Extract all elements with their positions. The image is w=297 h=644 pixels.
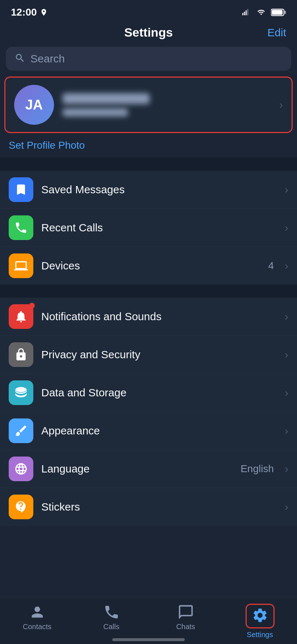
status-icons bbox=[240, 8, 286, 16]
wifi-icon bbox=[256, 8, 267, 16]
devices-badge: 4 bbox=[268, 260, 274, 272]
data-storage-item[interactable]: Data and Storage › bbox=[0, 374, 297, 412]
battery-icon bbox=[271, 8, 286, 16]
devices-icon bbox=[9, 253, 33, 278]
header: Settings Edit bbox=[0, 22, 297, 47]
stickers-chevron: › bbox=[285, 501, 288, 513]
settings-tab-active-box bbox=[246, 604, 275, 628]
devices-chevron: › bbox=[285, 260, 288, 272]
language-item[interactable]: Language English › bbox=[0, 450, 297, 488]
set-profile-photo-button[interactable]: Set Profile Photo bbox=[0, 135, 297, 158]
saved-messages-chevron: › bbox=[285, 183, 288, 196]
language-label: Language bbox=[41, 463, 233, 475]
recent-calls-icon bbox=[9, 215, 33, 240]
search-bar[interactable]: Search bbox=[6, 47, 291, 71]
calls-tab-icon bbox=[103, 604, 120, 620]
contacts-tab-icon bbox=[29, 604, 46, 620]
notifications-icon bbox=[9, 304, 33, 329]
avatar-initials: JA bbox=[25, 97, 43, 113]
appearance-label: Appearance bbox=[41, 425, 277, 437]
data-storage-chevron: › bbox=[285, 387, 288, 399]
notifications-chevron: › bbox=[285, 310, 288, 323]
recent-calls-label: Recent Calls bbox=[41, 222, 277, 234]
privacy-chevron: › bbox=[285, 348, 288, 361]
language-icon bbox=[9, 457, 33, 481]
appearance-icon bbox=[9, 418, 33, 443]
recent-calls-item[interactable]: Recent Calls › bbox=[0, 209, 297, 247]
svg-rect-6 bbox=[285, 11, 286, 14]
profile-info bbox=[63, 93, 271, 116]
saved-messages-icon bbox=[9, 177, 33, 202]
search-icon bbox=[14, 53, 25, 65]
saved-messages-label: Saved Messages bbox=[41, 183, 277, 196]
settings-tab-icon bbox=[252, 607, 268, 624]
signal-icon bbox=[240, 8, 251, 16]
stickers-label: Stickers bbox=[41, 501, 277, 513]
data-storage-icon bbox=[9, 380, 33, 405]
edit-button[interactable]: Edit bbox=[267, 26, 286, 39]
tab-chats[interactable]: Chats bbox=[148, 604, 223, 631]
svg-rect-3 bbox=[247, 9, 248, 15]
appearance-item[interactable]: Appearance › bbox=[0, 412, 297, 450]
section-divider-1 bbox=[0, 158, 297, 171]
section-divider-2 bbox=[0, 285, 297, 298]
svg-rect-2 bbox=[246, 11, 247, 16]
tab-calls[interactable]: Calls bbox=[74, 604, 148, 631]
avatar: JA bbox=[14, 85, 54, 125]
status-time: 12:00 bbox=[11, 7, 48, 18]
profile-name-blurred bbox=[63, 93, 150, 104]
saved-messages-item[interactable]: Saved Messages › bbox=[0, 171, 297, 209]
page-title: Settings bbox=[124, 25, 173, 40]
tab-contacts[interactable]: Contacts bbox=[0, 604, 74, 631]
profile-chevron: › bbox=[279, 99, 283, 111]
recent-calls-chevron: › bbox=[285, 222, 288, 234]
stickers-icon bbox=[9, 495, 33, 519]
location-icon bbox=[40, 8, 48, 16]
svg-rect-0 bbox=[242, 13, 243, 15]
data-storage-label: Data and Storage bbox=[41, 387, 277, 399]
svg-rect-5 bbox=[272, 10, 283, 15]
home-bar bbox=[112, 638, 185, 641]
privacy-icon bbox=[9, 342, 33, 367]
notifications-label: Notifications and Sounds bbox=[41, 310, 277, 323]
privacy-label: Privacy and Security bbox=[41, 348, 277, 361]
stickers-item[interactable]: Stickers › bbox=[0, 488, 297, 526]
chats-tab-icon bbox=[177, 604, 194, 620]
tab-settings[interactable]: Settings bbox=[223, 604, 297, 639]
appearance-chevron: › bbox=[285, 425, 288, 437]
profile-phone-blurred bbox=[63, 108, 128, 116]
notifications-item[interactable]: Notifications and Sounds › bbox=[0, 298, 297, 336]
search-placeholder: Search bbox=[30, 53, 65, 65]
svg-rect-1 bbox=[244, 12, 245, 15]
settings-list: Notifications and Sounds › Privacy and S… bbox=[0, 298, 297, 526]
contacts-tab-label: Contacts bbox=[23, 623, 51, 631]
tab-bar: Contacts Calls Chats Settings bbox=[0, 597, 297, 644]
privacy-item[interactable]: Privacy and Security › bbox=[0, 336, 297, 374]
devices-item[interactable]: Devices 4 › bbox=[0, 247, 297, 285]
profile-section[interactable]: JA › bbox=[4, 77, 293, 133]
status-bar: 12:00 bbox=[0, 0, 297, 22]
language-chevron: › bbox=[285, 463, 288, 475]
quick-links-list: Saved Messages › Recent Calls › Devices … bbox=[0, 171, 297, 285]
devices-label: Devices bbox=[41, 260, 260, 272]
home-indicator bbox=[0, 638, 297, 641]
time-display: 12:00 bbox=[11, 7, 37, 18]
language-value: English bbox=[240, 463, 274, 475]
chats-tab-label: Chats bbox=[176, 623, 195, 631]
calls-tab-label: Calls bbox=[103, 623, 119, 631]
settings-tab-label: Settings bbox=[247, 631, 273, 639]
